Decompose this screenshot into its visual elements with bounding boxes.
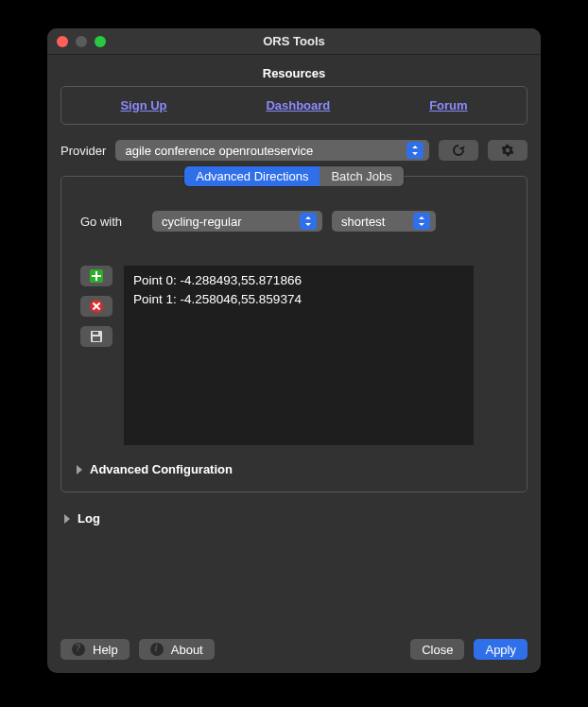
- apply-button[interactable]: Apply: [474, 639, 527, 660]
- preference-select-value: shortest: [341, 215, 407, 229]
- point-item[interactable]: Point 1: -4.258046,55.859374: [133, 290, 464, 309]
- chevron-right-icon: [64, 514, 70, 524]
- close-icon: [90, 300, 103, 313]
- settings-button[interactable]: [488, 140, 527, 161]
- advanced-configuration-label: Advanced Configuration: [90, 462, 233, 476]
- profile-select-value: cycling-regular: [162, 215, 294, 229]
- minimize-window-button[interactable]: [76, 36, 87, 47]
- chevron-right-icon: [77, 465, 82, 474]
- info-icon: [150, 643, 164, 656]
- svg-rect-1: [93, 332, 98, 335]
- about-button[interactable]: About: [139, 639, 215, 660]
- profile-select[interactable]: cycling-regular: [152, 211, 322, 232]
- refresh-icon: [451, 144, 466, 157]
- point-item[interactable]: Point 0: -4.288493,55.871866: [133, 271, 464, 290]
- refresh-button[interactable]: [439, 140, 478, 161]
- window-controls: [57, 36, 106, 47]
- main-panel: Advanced Directions Batch Jobs Go with c…: [61, 176, 527, 492]
- resources-box: Sign Up Dashboard Forum: [61, 86, 527, 125]
- plus-icon: [90, 269, 103, 283]
- titlebar: ORS Tools: [47, 28, 541, 55]
- zoom-window-button[interactable]: [95, 36, 106, 47]
- remove-point-button[interactable]: [80, 296, 112, 317]
- dropdown-arrows-icon: [300, 213, 317, 230]
- dropdown-arrows-icon: [406, 142, 424, 159]
- footer: Help About Close Apply: [61, 622, 527, 660]
- gear-icon: [501, 144, 514, 157]
- dropdown-arrows-icon: [413, 213, 430, 230]
- provider-label: Provider: [61, 144, 106, 158]
- preference-select[interactable]: shortest: [332, 211, 436, 232]
- points-list[interactable]: Point 0: -4.288493,55.871866 Point 1: -4…: [124, 266, 474, 445]
- forum-link[interactable]: Forum: [429, 98, 467, 112]
- tab-batch-jobs[interactable]: Batch Jobs: [320, 166, 403, 186]
- dialog-window: ORS Tools Resources Sign Up Dashboard Fo…: [47, 28, 541, 673]
- help-button[interactable]: Help: [61, 639, 130, 660]
- log-label: Log: [78, 511, 100, 526]
- save-icon: [91, 331, 102, 342]
- save-points-button[interactable]: [80, 326, 112, 347]
- provider-select-value: agile conference openrouteservice: [125, 144, 401, 158]
- resources-heading: Resources: [61, 66, 527, 80]
- dashboard-link[interactable]: Dashboard: [266, 98, 330, 112]
- advanced-configuration-toggle[interactable]: Advanced Configuration: [73, 462, 515, 476]
- provider-select[interactable]: agile conference openrouteservice: [115, 140, 429, 161]
- signup-link[interactable]: Sign Up: [120, 98, 166, 112]
- tabs: Advanced Directions Batch Jobs: [184, 166, 404, 186]
- go-with-label: Go with: [80, 215, 143, 229]
- point-buttons: [80, 266, 112, 445]
- add-point-button[interactable]: [80, 266, 112, 286]
- content: Resources Sign Up Dashboard Forum Provid…: [47, 55, 541, 673]
- close-button[interactable]: Close: [410, 639, 464, 660]
- tab-advanced-directions[interactable]: Advanced Directions: [184, 166, 320, 186]
- close-window-button[interactable]: [57, 36, 68, 47]
- window-title: ORS Tools: [47, 34, 541, 48]
- svg-rect-2: [93, 336, 100, 341]
- help-icon: [72, 643, 85, 656]
- log-toggle[interactable]: Log: [61, 511, 527, 526]
